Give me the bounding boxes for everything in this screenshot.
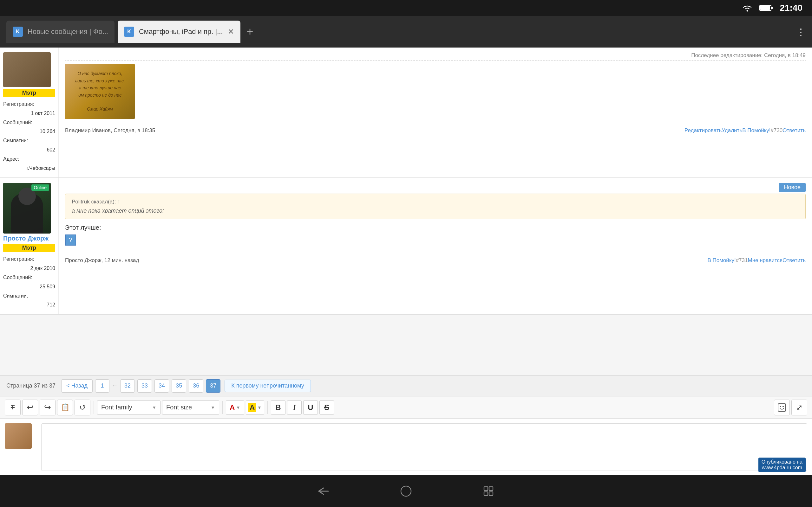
edit-action[interactable]: Редактировать: [684, 127, 722, 134]
watermark-line1: Опубликовано на: [762, 459, 803, 465]
svg-point-8: [401, 486, 411, 496]
messages-count: 10.264: [40, 129, 55, 134]
address-label: Адрес:: [3, 156, 19, 162]
p2-reply-action[interactable]: Ответить: [782, 257, 806, 264]
undo-alt-button[interactable]: ↺: [74, 400, 90, 415]
font-family-dropdown[interactable]: Font family ▼: [97, 400, 160, 415]
tab-1-icon: K: [13, 26, 23, 37]
svg-rect-3: [760, 6, 770, 10]
font-family-label: Font family: [101, 404, 132, 411]
post-2-header: Новое: [65, 183, 806, 192]
page-37-button[interactable]: 37: [206, 379, 220, 393]
post-1-sidebar: Мэтр Регистрация: 1 окт 2011 Сообщений: …: [0, 48, 59, 177]
page-34-button[interactable]: 34: [154, 379, 169, 393]
clear-format-button[interactable]: T: [5, 400, 20, 415]
post-1-info: Регистрация: 1 окт 2011 Сообщений: 10.26…: [3, 100, 55, 173]
toolbar-sep-1: [94, 401, 94, 414]
underline-button[interactable]: U: [303, 400, 318, 415]
page-35-button[interactable]: 35: [171, 379, 186, 393]
page-32-button[interactable]: 32: [120, 379, 135, 393]
post-1-author-date: Владимир Иванов, Сегодня, в 18:35: [65, 127, 684, 134]
page-arrow: ←: [112, 383, 118, 389]
editor-toolbar: T ↩ ↪ 📋 ↺ Font family ▼ Font size: [0, 396, 812, 418]
page-36-button[interactable]: 36: [189, 379, 203, 393]
compose-input[interactable]: [41, 424, 807, 471]
tab-2-label: Смартфоны, iPad и пр. |...: [139, 27, 223, 36]
undo-button[interactable]: ↩: [22, 400, 38, 415]
reg-date: 1 окт 2011: [31, 111, 55, 116]
bg-color-icon: A: [248, 403, 256, 412]
back-button[interactable]: [314, 483, 333, 499]
prev-page-button[interactable]: < Назад: [61, 379, 93, 393]
forum-page: Мэтр Регистрация: 1 окт 2011 Сообщений: …: [0, 48, 812, 475]
p2-trash-action[interactable]: В Помойку!: [707, 257, 735, 264]
p2-like-action[interactable]: Мне нравится: [748, 257, 782, 264]
first-unread-button[interactable]: К первому непрочитанному: [224, 380, 310, 392]
delete-action[interactable]: Удалить: [722, 127, 742, 134]
browser-menu-button[interactable]: ⋮: [796, 26, 806, 38]
redo-button[interactable]: ↪: [40, 400, 55, 415]
likes-label: Симпатии:: [3, 138, 28, 143]
wifi-icon: [742, 3, 753, 12]
post-1-edit-info: Последнее редактирование: Сегодня, в 18:…: [65, 52, 806, 60]
strikethrough-button[interactable]: S: [319, 400, 334, 415]
reg-label: Регистрация:: [3, 100, 55, 109]
pagination-bar: Страница 37 из 37 < Назад 1 ← 32 33 34 3…: [0, 376, 812, 396]
battery-icon: [759, 4, 773, 12]
post-1-image: О нас думают плохо,лишь те, кто хуже нас…: [65, 64, 135, 119]
post-2-text: Этот лучше:: [65, 224, 806, 231]
post-2-number: #731: [736, 257, 748, 264]
tab-2[interactable]: K Смартфоны, iPad и пр. |... ✕: [118, 20, 241, 43]
paste-button[interactable]: 📋: [57, 400, 73, 415]
status-bar: 21:40: [0, 0, 812, 16]
android-nav: [0, 475, 812, 507]
post-2-username[interactable]: Просто Джорж: [3, 235, 49, 242]
p2-reg-label: Регистрация:: [3, 255, 55, 264]
main-content: Мэтр Регистрация: 1 окт 2011 Сообщений: …: [0, 48, 812, 475]
quote-text: а мне пока хватает опций этого:: [72, 208, 799, 214]
bg-color-arrow: ▼: [257, 405, 262, 410]
tab-close-button[interactable]: ✕: [228, 27, 234, 36]
post-2-content: Новое Politruk сказал(а): ↑ а мне пока х…: [59, 178, 812, 314]
bold-button[interactable]: B: [271, 400, 286, 415]
editor-body: [0, 418, 812, 475]
italic-button[interactable]: I: [287, 400, 302, 415]
quote-block: Politruk сказал(а): ↑ а мне пока хватает…: [65, 193, 806, 219]
p2-likes-count: 712: [47, 302, 55, 307]
reply-action[interactable]: Ответить: [782, 127, 806, 134]
font-size-label: Font size: [166, 404, 192, 411]
svg-rect-9: [484, 487, 488, 491]
expand-button[interactable]: ⤢: [792, 400, 807, 415]
svg-rect-2: [771, 7, 773, 9]
back-icon: [317, 487, 330, 496]
p2-likes-label: Симпатии:: [3, 293, 28, 298]
font-family-arrow: ▼: [152, 405, 156, 410]
font-color-button[interactable]: A ▼: [226, 400, 244, 415]
toolbar-sep-2: [222, 401, 223, 414]
tab-1[interactable]: K Новые сообщения | Фо...: [6, 20, 114, 43]
bg-color-button[interactable]: A ▼: [246, 400, 264, 415]
post-1-content: Последнее редактирование: Сегодня, в 18:…: [59, 48, 812, 177]
svg-rect-4: [778, 404, 786, 411]
home-button[interactable]: [397, 483, 415, 499]
p2-messages-count: 25.509: [40, 284, 55, 289]
smilies-button[interactable]: [774, 400, 790, 415]
status-time: 21:40: [780, 3, 803, 13]
svg-rect-10: [489, 487, 493, 491]
page-1-button[interactable]: 1: [95, 379, 109, 393]
compose-avatar: [5, 424, 32, 449]
font-color-arrow: ▼: [236, 405, 241, 410]
status-icons: 21:40: [742, 3, 803, 13]
svg-point-5: [780, 406, 781, 407]
post-2-author-date: Просто Джорж, 12 мин. назад: [65, 257, 707, 264]
add-tab-button[interactable]: +: [247, 25, 253, 38]
post-1-footer: Владимир Иванов, Сегодня, в 18:35 Редакт…: [65, 124, 806, 134]
trash-action[interactable]: В Помойку!: [742, 127, 770, 134]
font-size-dropdown[interactable]: Font size ▼: [162, 400, 219, 415]
page-33-button[interactable]: 33: [137, 379, 152, 393]
post-2-divider: [65, 249, 129, 249]
post-1-image-container: О нас думают плохо,лишь те, кто хуже нас…: [65, 64, 806, 119]
svg-rect-11: [484, 492, 488, 496]
recent-apps-button[interactable]: [479, 483, 498, 499]
post-1-number: #730: [771, 127, 783, 134]
